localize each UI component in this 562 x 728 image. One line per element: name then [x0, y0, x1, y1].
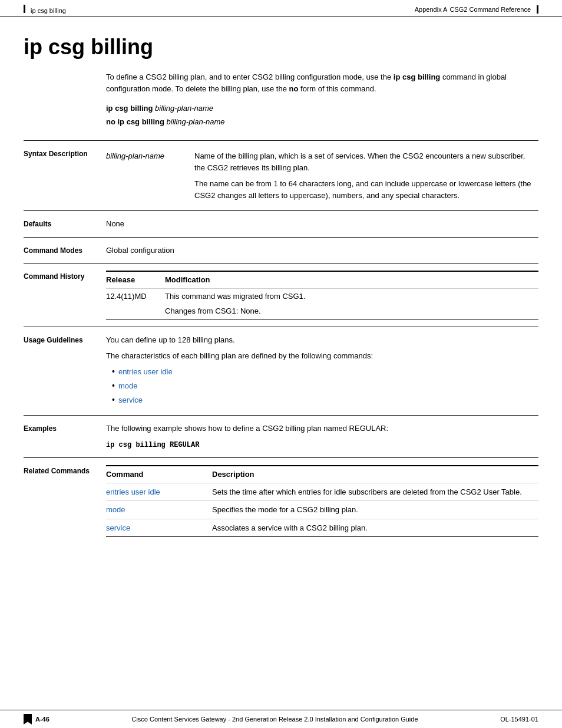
- related-link-2[interactable]: mode: [106, 505, 125, 514]
- bullet-item-3: service: [112, 394, 538, 406]
- footer-right-text: OL-15491-01: [500, 716, 538, 723]
- header-right-bar: [537, 5, 538, 14]
- usage-text-2: The characteristics of each billing plan…: [106, 350, 538, 362]
- section-examples: Examples The following example shows how…: [24, 415, 538, 458]
- syntax-cmd-italic-2: billing-plan-name: [164, 117, 225, 126]
- page-footer: A-46 Cisco Content Services Gateway - 2n…: [0, 710, 562, 728]
- footer-page-number: A-46: [35, 716, 49, 723]
- examples-text: The following example shows how to defin…: [106, 423, 538, 434]
- command-modes-content: Global configuration: [106, 245, 538, 256]
- related-desc-3: Associates a service with a CSG2 billing…: [212, 519, 538, 537]
- bullet-item-1: entries user idle: [112, 365, 538, 378]
- syntax-cmd-bold-1: ip csg billing: [106, 104, 153, 113]
- modes-value: Global configuration: [106, 246, 174, 255]
- history-col-release: Release: [106, 271, 165, 288]
- footer-bookmark-icon: [24, 714, 32, 724]
- usage-text-1: You can define up to 128 billing plans.: [106, 334, 538, 346]
- syntax-desc-p2: The name can be from 1 to 64 characters …: [194, 178, 534, 201]
- header-left: ip csg billing: [24, 5, 66, 14]
- syntax-cmd-italic-1: billing-plan-name: [153, 104, 213, 113]
- related-cmd-2: mode: [106, 501, 212, 519]
- section-command-modes: Command Modes Global configuration: [24, 237, 538, 263]
- syntax-description-content: billing-plan-name Name of the billing pl…: [106, 148, 538, 203]
- related-row-3: service Associates a service with a CSG2…: [106, 519, 538, 537]
- examples-content: The following example shows how to defin…: [106, 423, 538, 451]
- history-col-modification: Modification: [165, 271, 538, 288]
- history-header-row: Release Modification: [106, 271, 538, 288]
- section-label-history: Command History: [24, 271, 106, 319]
- header-appendix: Appendix A: [415, 6, 448, 13]
- header-left-text: ip csg billing: [31, 7, 66, 14]
- page-header: ip csg billing Appendix A CSG2 Command R…: [0, 0, 562, 17]
- intro-paragraph: To define a CSG2 billing plan, and to en…: [106, 71, 538, 94]
- section-related-commands: Related Commands Command Description ent…: [24, 457, 538, 544]
- section-label-modes: Command Modes: [24, 245, 106, 256]
- related-commands-content: Command Description entries user idle Se…: [106, 465, 538, 537]
- syntax-line-2: no ip csg billing billing-plan-name: [106, 117, 538, 126]
- page-title: ip csg billing: [24, 35, 538, 60]
- syntax-desc-p1: Name of the billing plan, which is a set…: [194, 150, 534, 173]
- history-mod-2: Changes from CSG1: None.: [165, 304, 538, 319]
- history-row-1: 12.4(11)MD This command was migrated fro…: [106, 288, 538, 304]
- page-content: ip csg billing To define a CSG2 billing …: [0, 17, 562, 579]
- history-mod-1: This command was migrated from CSG1.: [165, 288, 538, 304]
- related-link-3[interactable]: service: [106, 523, 130, 532]
- history-row-2: Changes from CSG1: None.: [106, 304, 538, 319]
- defaults-value: None: [106, 219, 124, 228]
- footer-center-text: Cisco Content Services Gateway - 2nd Gen…: [131, 716, 418, 723]
- examples-code-value: ip csg billing REGULAR: [106, 441, 199, 449]
- bullet-link-3[interactable]: service: [118, 394, 143, 406]
- footer-left: A-46: [24, 714, 49, 724]
- examples-code: ip csg billing REGULAR: [106, 439, 538, 450]
- related-header-row: Command Description: [106, 466, 538, 483]
- related-col-description: Description: [212, 466, 538, 483]
- related-table: Command Description entries user idle Se…: [106, 465, 538, 537]
- history-release-1: 12.4(11)MD: [106, 288, 165, 304]
- related-col-command: Command: [106, 466, 212, 483]
- related-cmd-3: service: [106, 519, 212, 537]
- section-label-syntax: Syntax Description: [24, 148, 106, 203]
- syntax-line-1: ip csg billing billing-plan-name: [106, 104, 538, 113]
- history-release-2: [106, 304, 165, 319]
- section-syntax-description: Syntax Description billing-plan-name Nam…: [24, 140, 538, 210]
- bullet-item-2: mode: [112, 380, 538, 392]
- header-right: Appendix A CSG2 Command Reference: [415, 5, 538, 14]
- section-label-related: Related Commands: [24, 465, 106, 537]
- syntax-desc: Name of the billing plan, which is a set…: [194, 148, 538, 203]
- header-bar: [24, 5, 25, 13]
- usage-bullets: entries user idle mode service: [106, 365, 538, 406]
- history-table: Release Modification 12.4(11)MD This com…: [106, 271, 538, 319]
- syntax-row-1: billing-plan-name Name of the billing pl…: [106, 148, 538, 203]
- bullet-link-2[interactable]: mode: [118, 380, 138, 392]
- related-cmd-1: entries user idle: [106, 483, 212, 501]
- bullet-link-1[interactable]: entries user idle: [118, 366, 173, 378]
- defaults-content: None: [106, 218, 538, 230]
- related-row-1: entries user idle Sets the time after wh…: [106, 483, 538, 501]
- syntax-term: billing-plan-name: [106, 148, 194, 203]
- syntax-table: billing-plan-name Name of the billing pl…: [106, 148, 538, 203]
- section-usage-guidelines: Usage Guidelines You can define up to 12…: [24, 327, 538, 415]
- section-label-examples: Examples: [24, 423, 106, 451]
- section-label-usage: Usage Guidelines: [24, 334, 106, 408]
- usage-guidelines-content: You can define up to 128 billing plans. …: [106, 334, 538, 408]
- header-title: CSG2 Command Reference: [449, 6, 531, 13]
- related-row-2: mode Specifies the mode for a CSG2 billi…: [106, 501, 538, 519]
- command-history-content: Release Modification 12.4(11)MD This com…: [106, 271, 538, 319]
- syntax-cmd-bold-2: no ip csg billing: [106, 117, 164, 126]
- intro-no-bold: no: [289, 84, 299, 93]
- intro-text-1: To define a CSG2 billing plan, and to en…: [106, 73, 394, 81]
- intro-cmd-bold: ip csg billing: [394, 73, 440, 81]
- intro-text-3: form of this command.: [298, 84, 376, 93]
- footer-right: OL-15491-01: [500, 716, 538, 723]
- related-desc-2: Specifies the mode for a CSG2 billing pl…: [212, 501, 538, 519]
- related-desc-1: Sets the time after which entries for id…: [212, 483, 538, 501]
- section-command-history: Command History Release Modification 12.…: [24, 263, 538, 327]
- section-label-defaults: Defaults: [24, 218, 106, 230]
- footer-center: Cisco Content Services Gateway - 2nd Gen…: [131, 716, 418, 723]
- related-link-1[interactable]: entries user idle: [106, 487, 160, 496]
- section-defaults: Defaults None: [24, 210, 538, 237]
